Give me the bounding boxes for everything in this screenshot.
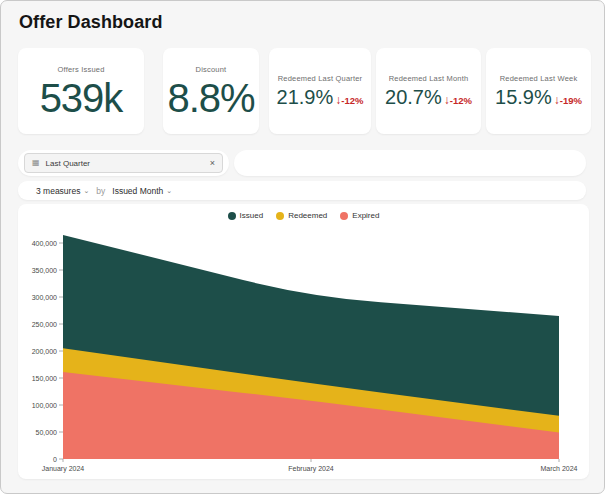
- close-icon[interactable]: ×: [210, 158, 215, 168]
- filter-chip-last-quarter[interactable]: ▦ Last Quarter ×: [24, 153, 223, 173]
- kpi-delta-value: -19%: [560, 95, 582, 106]
- kpi-label: Redeemed Last Month: [389, 74, 469, 83]
- y-axis-tick-label: 350,000: [32, 267, 57, 274]
- kpi-card-offers-issued: Offers Issued 539k: [18, 48, 144, 134]
- kpi-delta-value: -12%: [341, 95, 363, 106]
- y-axis-tick-label: 150,000: [32, 375, 57, 382]
- kpi-value: 15.9%: [495, 87, 552, 107]
- measures-dropdown[interactable]: 3 measures ⌄: [36, 186, 89, 196]
- y-axis-tick-label: 0: [53, 456, 57, 463]
- x-axis-tick-label: March 2024: [541, 465, 578, 472]
- dashboard-window: Offer Dashboard Offers Issued 539k Disco…: [0, 0, 605, 494]
- y-axis-tick-label: 200,000: [32, 348, 57, 355]
- dimension-dropdown-label: Issued Month: [112, 186, 163, 196]
- kpi-value: 20.7%: [385, 87, 442, 107]
- chevron-down-icon: ⌄: [83, 187, 89, 195]
- kpi-delta: ↓-12%: [335, 90, 363, 108]
- kpi-delta: ↓-19%: [554, 90, 582, 108]
- kpi-label: Redeemed Last Quarter: [278, 74, 363, 83]
- x-axis-tick-label: January 2024: [42, 465, 85, 473]
- kpi-value: 8.8%: [167, 78, 254, 118]
- dimension-dropdown[interactable]: Issued Month ⌄: [112, 186, 172, 196]
- kpi-label: Offers Issued: [57, 65, 104, 74]
- kpi-card-redeemed-last-quarter: Redeemed Last Quarter 21.9% ↓-12%: [269, 48, 371, 134]
- y-axis-tick-label: 100,000: [32, 402, 57, 409]
- add-filter-area[interactable]: [234, 150, 586, 176]
- stacked-area-chart: 050,000100,000150,000200,000250,000300,0…: [18, 204, 589, 479]
- y-axis-tick-label: 50,000: [36, 429, 58, 436]
- by-label: by: [96, 186, 105, 196]
- y-axis-tick-label: 300,000: [32, 294, 57, 301]
- kpi-card-redeemed-last-month: Redeemed Last Month 20.7% ↓-12%: [376, 48, 481, 134]
- kpi-label: Redeemed Last Week: [500, 74, 578, 83]
- chevron-down-icon: ⌄: [166, 187, 172, 195]
- page-title: Offer Dashboard: [19, 12, 163, 33]
- y-axis-tick-label: 250,000: [32, 321, 57, 328]
- filter-chip-label: Last Quarter: [46, 159, 210, 168]
- kpi-label: Discount: [196, 65, 227, 74]
- measures-dropdown-label: 3 measures: [36, 186, 80, 196]
- kpi-value: 539k: [40, 78, 123, 118]
- kpi-value: 21.9%: [277, 87, 334, 107]
- kpi-delta-value: -12%: [450, 95, 472, 106]
- kpi-delta: ↓-12%: [444, 90, 472, 108]
- filter-bar: ▦ Last Quarter ×: [18, 150, 229, 176]
- kpi-card-redeemed-last-week: Redeemed Last Week 15.9% ↓-19%: [486, 48, 591, 134]
- y-axis-tick-label: 400,000: [32, 240, 57, 247]
- chart-controls-bar: 3 measures ⌄ by Issued Month ⌄: [18, 181, 586, 200]
- kpi-card-discount: Discount 8.8%: [163, 48, 259, 134]
- stacked-area-chart-card: IssuedRedeemedExpired 050,000100,000150,…: [18, 204, 589, 479]
- x-axis-tick-label: February 2024: [288, 465, 334, 473]
- calendar-icon: ▦: [32, 159, 40, 167]
